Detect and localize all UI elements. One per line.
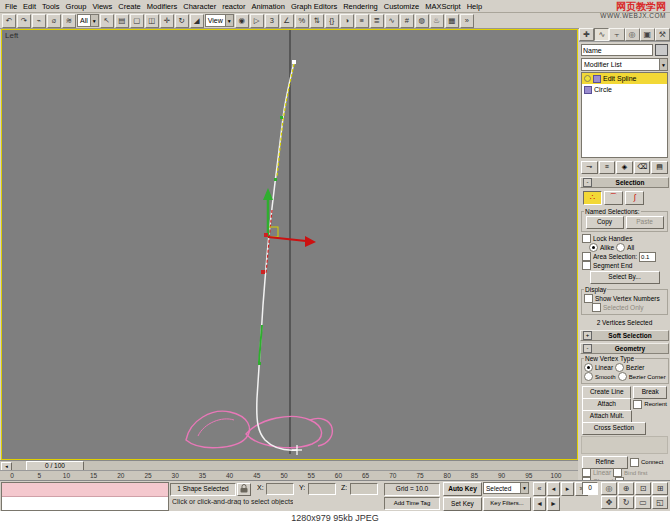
use-pivot-center-icon[interactable]: ◉: [235, 14, 249, 28]
bind-first-checkbox[interactable]: [613, 468, 622, 477]
undo-icon[interactable]: ↶: [2, 14, 16, 28]
selection-lock-toggle[interactable]: [237, 483, 251, 496]
menu-maxscript[interactable]: MAXScript: [422, 2, 463, 11]
percent-snap-icon[interactable]: %: [295, 14, 309, 28]
auto-key-button[interactable]: Auto Key: [443, 482, 482, 496]
connect-checkbox[interactable]: [630, 458, 639, 467]
align-icon[interactable]: ≡: [355, 14, 369, 28]
x-coordinate-field[interactable]: [266, 483, 294, 495]
linear-refine-checkbox[interactable]: [582, 468, 591, 477]
selection-filter-dropdown[interactable]: All ▼: [77, 14, 99, 27]
redo-icon[interactable]: ↷: [17, 14, 31, 28]
bezier-handle-3[interactable]: [258, 362, 261, 365]
paste-button[interactable]: Paste: [626, 216, 664, 229]
rollout-soft-selection[interactable]: + Soft Selection: [580, 330, 669, 341]
add-time-tag[interactable]: Add Time Tag: [384, 497, 440, 510]
zoom-region-icon[interactable]: ▭: [635, 496, 651, 509]
refine-button[interactable]: Refine: [582, 456, 628, 469]
current-frame-field[interactable]: 0: [582, 482, 598, 495]
reorient-checkbox[interactable]: [633, 400, 642, 409]
layer-manager-icon[interactable]: ≣: [370, 14, 384, 28]
zoom-extents-icon[interactable]: ⊡: [635, 482, 651, 495]
vertex-marker-top[interactable]: [292, 60, 296, 64]
menu-reactor[interactable]: reactor: [219, 2, 248, 11]
vertex-subobject-icon[interactable]: ∴: [583, 191, 602, 205]
modify-tab[interactable]: ∿: [594, 28, 609, 41]
modifier-list-dropdown[interactable]: Modifier List ▼: [581, 58, 668, 71]
gizmo-x-axis[interactable]: [268, 237, 306, 241]
prev-key-icon[interactable]: ◄: [533, 497, 546, 511]
bezier-handle-2[interactable]: [274, 178, 277, 181]
menu-help[interactable]: Help: [464, 2, 485, 11]
show-end-result-icon[interactable]: ≡: [599, 161, 616, 174]
motion-tab[interactable]: ◎: [625, 28, 640, 41]
hierarchy-tab[interactable]: ⫟: [609, 28, 624, 41]
select-by-button[interactable]: Select By...: [590, 271, 660, 284]
play-icon[interactable]: ▸: [561, 482, 574, 496]
bezier-handle-1[interactable]: [280, 116, 283, 119]
named-selection-sets-icon[interactable]: {}: [325, 14, 339, 28]
spline-subobject-icon[interactable]: ∫: [625, 191, 644, 205]
select-and-scale-icon[interactable]: ◢: [190, 14, 204, 28]
rectangular-selection-region-icon[interactable]: ▢: [130, 14, 144, 28]
selected-only-checkbox[interactable]: [592, 303, 601, 312]
shoe-spline-left-loop[interactable]: [186, 411, 249, 447]
angle-snap-icon[interactable]: ∠: [280, 14, 294, 28]
menu-views[interactable]: Views: [89, 2, 115, 11]
utilities-tab[interactable]: ⚒: [655, 28, 670, 41]
modifier-bulb-icon[interactable]: [584, 75, 591, 82]
shoe-spline-inner-curve[interactable]: [198, 419, 234, 436]
create-tab[interactable]: ✚: [579, 28, 594, 41]
alike-radio[interactable]: [589, 243, 598, 252]
rollout-geometry[interactable]: - Geometry: [580, 343, 669, 354]
menu-modifiers[interactable]: Modifiers: [144, 2, 180, 11]
menu-group[interactable]: Group: [63, 2, 90, 11]
smooth-vertex-radio[interactable]: [584, 372, 593, 381]
display-tab[interactable]: ▣: [640, 28, 655, 41]
arc-rotate-icon[interactable]: ↻: [618, 496, 634, 509]
show-vertex-numbers-checkbox[interactable]: [584, 294, 593, 303]
unlink-selection-icon[interactable]: ⌀: [47, 14, 61, 28]
bind-to-space-warp-icon[interactable]: ≋: [62, 14, 76, 28]
reference-coordinate-dropdown[interactable]: View ▼: [205, 14, 234, 27]
menu-customize[interactable]: Customize: [381, 2, 422, 11]
spinner-snap-icon[interactable]: ⇅: [310, 14, 324, 28]
menu-create[interactable]: Create: [115, 2, 144, 11]
schematic-view-icon[interactable]: #: [400, 14, 414, 28]
select-and-link-icon[interactable]: ⌁: [32, 14, 46, 28]
y-coordinate-field[interactable]: [308, 483, 336, 495]
all-radio[interactable]: [616, 243, 625, 252]
zoom-extents-all-icon[interactable]: ⊞: [652, 482, 668, 495]
rollout-selection[interactable]: - Selection: [580, 177, 669, 188]
stack-item-edit-spline[interactable]: Edit Spline: [582, 73, 667, 84]
maxscript-macro-recorder[interactable]: [2, 483, 168, 497]
pan-icon[interactable]: ✥: [601, 496, 617, 509]
selected-vertex-2[interactable]: [261, 270, 265, 274]
viewport-left[interactable]: Left: [1, 29, 578, 460]
stack-item-circle[interactable]: Circle: [582, 84, 667, 95]
select-by-name-icon[interactable]: ▤: [115, 14, 129, 28]
bezier-vertex-radio[interactable]: [615, 363, 624, 372]
lock-handles-checkbox[interactable]: [582, 234, 591, 243]
material-editor-icon[interactable]: ◍: [415, 14, 429, 28]
key-filters-button[interactable]: Key Filters...: [483, 497, 531, 511]
select-object-icon[interactable]: ↖: [100, 14, 114, 28]
viewport-label[interactable]: Left: [5, 31, 18, 40]
select-and-move-icon[interactable]: ✛: [160, 14, 174, 28]
menu-rendering[interactable]: Rendering: [340, 2, 381, 11]
copy-button[interactable]: Copy: [586, 216, 624, 229]
linear-vertex-radio[interactable]: [584, 363, 593, 372]
area-selection-value[interactable]: 0.1: [639, 252, 656, 262]
select-and-rotate-icon[interactable]: ↻: [175, 14, 189, 28]
menu-edit[interactable]: Edit: [20, 2, 39, 11]
key-subobjects-dropdown[interactable]: Selected▼: [483, 482, 529, 494]
make-unique-icon[interactable]: ◈: [616, 161, 633, 174]
maxscript-mini-listener[interactable]: [1, 482, 169, 511]
menu-file[interactable]: File: [2, 2, 20, 11]
break-button[interactable]: Break: [633, 386, 667, 399]
quick-render-icon[interactable]: »: [460, 14, 474, 28]
min-max-toggle-icon[interactable]: ◱: [652, 496, 668, 509]
window-crossing-icon[interactable]: ◫: [145, 14, 159, 28]
menu-tools[interactable]: Tools: [39, 2, 63, 11]
object-name-field[interactable]: [581, 44, 653, 56]
